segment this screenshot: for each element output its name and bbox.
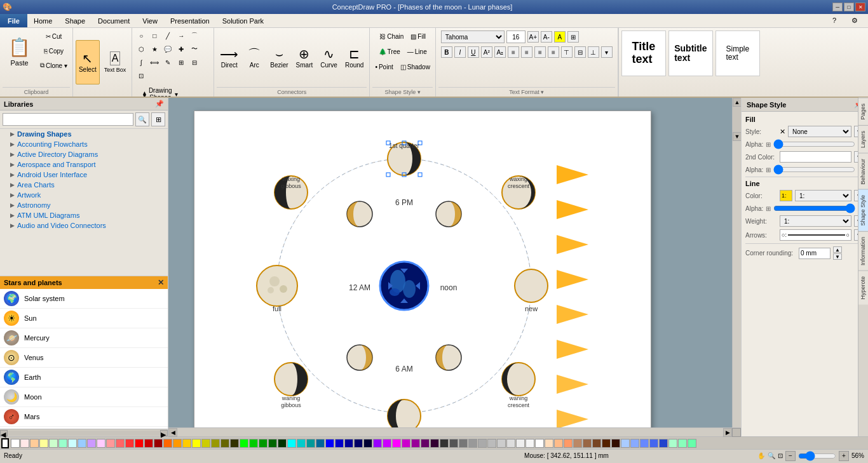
lib-item-accounting[interactable]: ▶ Accounting Flowcharts — [0, 139, 168, 149]
valign-mid-btn[interactable]: ⊟ — [574, 46, 586, 58]
hand-tool-icon[interactable]: ✋ — [757, 452, 765, 459]
palette-color[interactable] — [201, 439, 210, 448]
canvas-hscroll[interactable]: ◀ ▶ — [168, 427, 741, 436]
fill-alpha-slider[interactable] — [773, 140, 855, 148]
arc-tool[interactable]: ⌒ — [188, 29, 201, 42]
callout-tool[interactable]: 💬 — [161, 43, 174, 55]
italic-btn[interactable]: I — [454, 46, 466, 58]
palette-color[interactable] — [220, 439, 229, 448]
palette-color[interactable] — [583, 439, 592, 448]
vtab-layers[interactable]: Layers — [858, 125, 868, 153]
palette-color-magenta[interactable] — [392, 439, 401, 448]
palette-color[interactable] — [373, 439, 382, 448]
title-text-btn[interactable]: Titletext — [621, 30, 666, 76]
line-color-select[interactable]: 1: — [795, 190, 851, 201]
mars-item[interactable]: ♂ Mars — [0, 407, 168, 427]
palette-color[interactable] — [468, 439, 477, 448]
palette-color[interactable] — [249, 439, 258, 448]
mercury-item[interactable]: 🪐 Mercury — [0, 328, 168, 348]
lib-item-drawing-shapes[interactable]: ▶ Drawing Shapes — [0, 129, 168, 139]
file-menu[interactable]: File — [0, 14, 27, 27]
palette-color[interactable] — [163, 439, 172, 448]
arc-connector-btn[interactable]: ⌒ Arc — [243, 36, 266, 81]
palette-color[interactable] — [125, 439, 134, 448]
shape-menu[interactable]: Shape — [58, 14, 92, 27]
select-button[interactable]: ↖ Select — [76, 40, 100, 84]
palette-color-green[interactable] — [240, 439, 248, 448]
help-btn[interactable]: ? — [826, 15, 843, 25]
fill-style-select[interactable]: None — [788, 126, 851, 137]
palette-color[interactable] — [478, 439, 487, 448]
img-tool[interactable]: ⊞ — [175, 56, 187, 69]
corner-down-btn[interactable]: ▼ — [833, 253, 842, 260]
earth-item[interactable]: 🌎 Earth — [0, 368, 168, 387]
palette-color[interactable] — [78, 439, 86, 448]
lib-scroll-right[interactable]: ▶ — [160, 430, 168, 436]
curve-connector-btn[interactable]: ∿ Curve — [317, 36, 341, 81]
palette-color-red[interactable] — [135, 439, 144, 448]
lib-item-artwork[interactable]: ▶ Artwork — [0, 190, 168, 200]
palette-color[interactable] — [68, 439, 77, 448]
solution-park-menu[interactable]: Solution Park — [216, 14, 270, 27]
palette-color[interactable] — [344, 439, 353, 448]
palette-color[interactable] — [430, 439, 439, 448]
palette-color[interactable] — [363, 439, 372, 448]
no-color-btn[interactable] — [1, 438, 9, 448]
zoom-slider[interactable] — [798, 453, 836, 459]
vtab-pages[interactable]: Pages — [858, 98, 868, 125]
align-center-btn[interactable]: ≡ — [521, 46, 532, 58]
bezier-connector-btn[interactable]: ⌣ Bezier — [267, 36, 291, 81]
palette-color[interactable] — [688, 439, 696, 448]
palette-color[interactable] — [449, 439, 458, 448]
shadow-btn[interactable]: ◫ Shadow — [398, 60, 433, 74]
lib-item-area-charts[interactable]: ▶ Area Charts — [0, 180, 168, 190]
palette-color[interactable] — [411, 439, 420, 448]
canvas-scroll-area[interactable]: 1st quarter waxing gibbous waxing cresce… — [168, 98, 732, 427]
font-size-input[interactable] — [506, 30, 526, 43]
palette-color[interactable] — [182, 439, 191, 448]
palette-color[interactable] — [668, 439, 677, 448]
simple-text-btn[interactable]: Simpletext — [715, 30, 760, 76]
palette-color[interactable] — [659, 439, 668, 448]
palette-color[interactable] — [335, 439, 344, 448]
sun-item[interactable]: ☀ Sun — [0, 309, 168, 328]
view-menu[interactable]: View — [136, 14, 164, 27]
more-font-btn[interactable]: ⊞ — [567, 31, 579, 43]
palette-color[interactable] — [678, 439, 687, 448]
palette-color[interactable] — [564, 439, 573, 448]
palette-color[interactable] — [421, 439, 430, 448]
tree-btn[interactable]: 🌲 Tree — [376, 44, 403, 58]
presentation-menu[interactable]: Presentation — [164, 14, 216, 27]
palette-color[interactable] — [316, 439, 325, 448]
valign-bot-btn[interactable]: ⊥ — [588, 46, 599, 58]
align-justify-btn[interactable]: ≡ — [548, 46, 559, 58]
lib-scroll-left[interactable]: ◀ — [0, 430, 8, 436]
font-color-btn[interactable]: A — [554, 31, 566, 43]
fill-btn[interactable]: ▨ Fill — [408, 29, 428, 43]
palette-color[interactable] — [621, 439, 630, 448]
vscroll-down-btn[interactable]: ▼ — [733, 132, 742, 141]
canvas-vscroll[interactable]: ▲ ▼ — [732, 98, 741, 427]
palette-color[interactable] — [516, 439, 525, 448]
hscroll-right-btn[interactable]: ▶ — [723, 428, 732, 437]
search-btn[interactable]: 🔍 — [135, 112, 149, 126]
palette-color[interactable] — [630, 439, 639, 448]
subtitle-text-btn[interactable]: Subtitletext — [668, 30, 713, 76]
palette-color-cyan[interactable] — [287, 439, 296, 448]
text-box-button[interactable]: A Text Box — [101, 40, 130, 84]
zoom-fit-icon[interactable]: 🔍 — [768, 452, 775, 459]
cut-button[interactable]: ✂ Cut — [37, 29, 70, 43]
font-selector[interactable]: Tahoma — [441, 30, 505, 43]
vtab-behaviour[interactable]: Behaviour — [858, 153, 868, 190]
underline-btn[interactable]: U — [468, 46, 479, 58]
document-menu[interactable]: Document — [92, 14, 136, 27]
stars-panel-close-btn[interactable]: ✕ — [158, 278, 164, 287]
palette-color[interactable] — [30, 439, 39, 448]
clone-button[interactable]: ⧉ Clone ▾ — [37, 58, 70, 72]
wave-tool[interactable]: 〜 — [188, 43, 201, 55]
lib-item-aerospace[interactable]: ▶ Aerospace and Transport — [0, 159, 168, 170]
palette-color[interactable] — [640, 439, 649, 448]
line-color-preview[interactable]: 1: — [780, 190, 792, 201]
second-alpha-slider[interactable] — [773, 166, 855, 173]
maximize-btn[interactable]: □ — [844, 3, 854, 11]
